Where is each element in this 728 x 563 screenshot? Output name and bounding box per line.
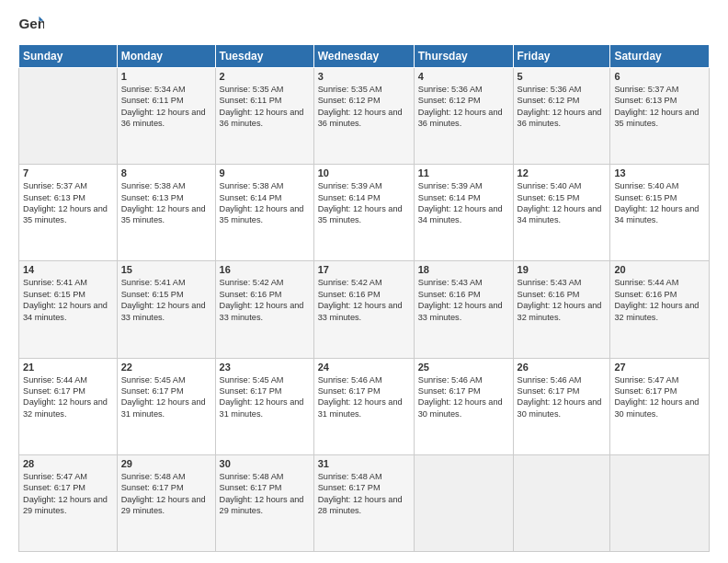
cell-content: Sunrise: 5:36 AMSunset: 6:12 PMDaylight:… [418, 84, 509, 130]
cell-content: Sunrise: 5:48 AMSunset: 6:17 PMDaylight:… [121, 471, 211, 517]
calendar-cell: 23Sunrise: 5:45 AMSunset: 6:17 PMDayligh… [215, 358, 313, 454]
cell-content: Sunrise: 5:40 AMSunset: 6:15 PMDaylight:… [614, 180, 705, 226]
day-number: 21 [23, 362, 113, 373]
week-row-1: 1Sunrise: 5:34 AMSunset: 6:11 PMDaylight… [19, 68, 710, 165]
cell-content: Sunrise: 5:37 AMSunset: 6:13 PMDaylight:… [614, 84, 705, 130]
calendar-table: Sunday Monday Tuesday Wednesday Thursday… [18, 44, 710, 552]
calendar-cell: 31Sunrise: 5:48 AMSunset: 6:17 PMDayligh… [313, 454, 414, 551]
cell-content: Sunrise: 5:44 AMSunset: 6:17 PMDaylight:… [23, 374, 113, 420]
day-number: 10 [318, 167, 410, 178]
cell-content: Sunrise: 5:47 AMSunset: 6:17 PMDaylight:… [614, 374, 705, 420]
week-row-5: 28Sunrise: 5:47 AMSunset: 6:17 PMDayligh… [19, 454, 710, 551]
week-row-3: 14Sunrise: 5:41 AMSunset: 6:15 PMDayligh… [19, 261, 710, 358]
cell-content: Sunrise: 5:41 AMSunset: 6:15 PMDaylight:… [23, 277, 113, 323]
cell-content: Sunrise: 5:35 AMSunset: 6:12 PMDaylight:… [318, 84, 410, 130]
day-number: 25 [418, 362, 509, 373]
cell-content: Sunrise: 5:37 AMSunset: 6:13 PMDaylight:… [23, 180, 113, 226]
calendar-cell [19, 68, 118, 165]
cell-content: Sunrise: 5:34 AMSunset: 6:11 PMDaylight:… [121, 84, 211, 130]
day-number: 19 [518, 264, 607, 275]
calendar-cell: 3Sunrise: 5:35 AMSunset: 6:12 PMDaylight… [313, 68, 414, 165]
calendar-cell: 14Sunrise: 5:41 AMSunset: 6:15 PMDayligh… [19, 261, 118, 358]
cell-content: Sunrise: 5:38 AMSunset: 6:13 PMDaylight:… [121, 180, 211, 226]
calendar-cell: 24Sunrise: 5:46 AMSunset: 6:17 PMDayligh… [313, 358, 414, 454]
day-number: 29 [121, 458, 211, 469]
header-monday: Monday [117, 45, 215, 68]
calendar-cell: 18Sunrise: 5:43 AMSunset: 6:16 PMDayligh… [414, 261, 513, 358]
page: General Sunday Monday Tuesday Wednesday … [0, 0, 728, 563]
calendar-cell: 5Sunrise: 5:36 AMSunset: 6:12 PMDaylight… [513, 68, 610, 165]
cell-content: Sunrise: 5:36 AMSunset: 6:12 PMDaylight:… [518, 84, 607, 130]
calendar-cell: 15Sunrise: 5:41 AMSunset: 6:15 PMDayligh… [117, 261, 215, 358]
day-number: 31 [318, 458, 410, 469]
header: General [18, 15, 710, 35]
calendar-cell: 7Sunrise: 5:37 AMSunset: 6:13 PMDaylight… [19, 165, 118, 261]
calendar-cell: 11Sunrise: 5:39 AMSunset: 6:14 PMDayligh… [414, 165, 513, 261]
cell-content: Sunrise: 5:41 AMSunset: 6:15 PMDaylight:… [121, 277, 211, 323]
logo: General [18, 15, 48, 35]
cell-content: Sunrise: 5:47 AMSunset: 6:17 PMDaylight:… [23, 471, 113, 517]
cell-content: Sunrise: 5:48 AMSunset: 6:17 PMDaylight:… [220, 471, 310, 517]
day-number: 28 [23, 458, 113, 469]
day-number: 23 [220, 362, 310, 373]
header-thursday: Thursday [414, 45, 513, 68]
cell-content: Sunrise: 5:43 AMSunset: 6:16 PMDaylight:… [518, 277, 607, 323]
cell-content: Sunrise: 5:38 AMSunset: 6:14 PMDaylight:… [220, 180, 310, 226]
day-number: 15 [121, 264, 211, 275]
calendar-cell: 10Sunrise: 5:39 AMSunset: 6:14 PMDayligh… [313, 165, 414, 261]
week-row-4: 21Sunrise: 5:44 AMSunset: 6:17 PMDayligh… [19, 358, 710, 454]
cell-content: Sunrise: 5:48 AMSunset: 6:17 PMDaylight:… [318, 471, 410, 517]
calendar-cell: 6Sunrise: 5:37 AMSunset: 6:13 PMDaylight… [610, 68, 710, 165]
cell-content: Sunrise: 5:45 AMSunset: 6:17 PMDaylight:… [220, 374, 310, 420]
calendar-cell [414, 454, 513, 551]
day-number: 1 [121, 71, 211, 82]
cell-content: Sunrise: 5:46 AMSunset: 6:17 PMDaylight:… [418, 374, 509, 420]
header-friday: Friday [513, 45, 610, 68]
day-number: 7 [23, 167, 113, 178]
calendar-cell: 4Sunrise: 5:36 AMSunset: 6:12 PMDaylight… [414, 68, 513, 165]
calendar-cell: 22Sunrise: 5:45 AMSunset: 6:17 PMDayligh… [117, 358, 215, 454]
calendar-cell: 27Sunrise: 5:47 AMSunset: 6:17 PMDayligh… [610, 358, 710, 454]
cell-content: Sunrise: 5:42 AMSunset: 6:16 PMDaylight:… [318, 277, 410, 323]
generalblue-logo-icon: General [18, 15, 44, 35]
day-number: 27 [614, 362, 705, 373]
cell-content: Sunrise: 5:46 AMSunset: 6:17 PMDaylight:… [518, 374, 607, 420]
calendar-cell [513, 454, 610, 551]
calendar-cell: 13Sunrise: 5:40 AMSunset: 6:15 PMDayligh… [610, 165, 710, 261]
day-number: 13 [614, 167, 705, 178]
cell-content: Sunrise: 5:46 AMSunset: 6:17 PMDaylight:… [318, 374, 410, 420]
day-number: 20 [614, 264, 705, 275]
calendar-cell: 19Sunrise: 5:43 AMSunset: 6:16 PMDayligh… [513, 261, 610, 358]
day-number: 2 [220, 71, 310, 82]
calendar-cell: 29Sunrise: 5:48 AMSunset: 6:17 PMDayligh… [117, 454, 215, 551]
cell-content: Sunrise: 5:35 AMSunset: 6:11 PMDaylight:… [220, 84, 310, 130]
cell-content: Sunrise: 5:40 AMSunset: 6:15 PMDaylight:… [518, 180, 607, 226]
calendar-cell [610, 454, 710, 551]
cell-content: Sunrise: 5:39 AMSunset: 6:14 PMDaylight:… [318, 180, 410, 226]
calendar-cell: 17Sunrise: 5:42 AMSunset: 6:16 PMDayligh… [313, 261, 414, 358]
day-number: 4 [418, 71, 509, 82]
day-number: 5 [518, 71, 607, 82]
cell-content: Sunrise: 5:45 AMSunset: 6:17 PMDaylight:… [121, 374, 211, 420]
calendar-cell: 16Sunrise: 5:42 AMSunset: 6:16 PMDayligh… [215, 261, 313, 358]
calendar-cell: 20Sunrise: 5:44 AMSunset: 6:16 PMDayligh… [610, 261, 710, 358]
cell-content: Sunrise: 5:44 AMSunset: 6:16 PMDaylight:… [614, 277, 705, 323]
day-number: 8 [121, 167, 211, 178]
calendar-cell: 26Sunrise: 5:46 AMSunset: 6:17 PMDayligh… [513, 358, 610, 454]
day-number: 26 [518, 362, 607, 373]
day-number: 9 [220, 167, 310, 178]
day-number: 12 [518, 167, 607, 178]
cell-content: Sunrise: 5:42 AMSunset: 6:16 PMDaylight:… [220, 277, 310, 323]
week-row-2: 7Sunrise: 5:37 AMSunset: 6:13 PMDaylight… [19, 165, 710, 261]
day-number: 3 [318, 71, 410, 82]
day-number: 18 [418, 264, 509, 275]
day-number: 17 [318, 264, 410, 275]
cell-content: Sunrise: 5:43 AMSunset: 6:16 PMDaylight:… [418, 277, 509, 323]
cell-content: Sunrise: 5:39 AMSunset: 6:14 PMDaylight:… [418, 180, 509, 226]
calendar-cell: 9Sunrise: 5:38 AMSunset: 6:14 PMDaylight… [215, 165, 313, 261]
calendar-cell: 8Sunrise: 5:38 AMSunset: 6:13 PMDaylight… [117, 165, 215, 261]
calendar-cell: 30Sunrise: 5:48 AMSunset: 6:17 PMDayligh… [215, 454, 313, 551]
header-sunday: Sunday [19, 45, 118, 68]
day-number: 16 [220, 264, 310, 275]
header-wednesday: Wednesday [313, 45, 414, 68]
